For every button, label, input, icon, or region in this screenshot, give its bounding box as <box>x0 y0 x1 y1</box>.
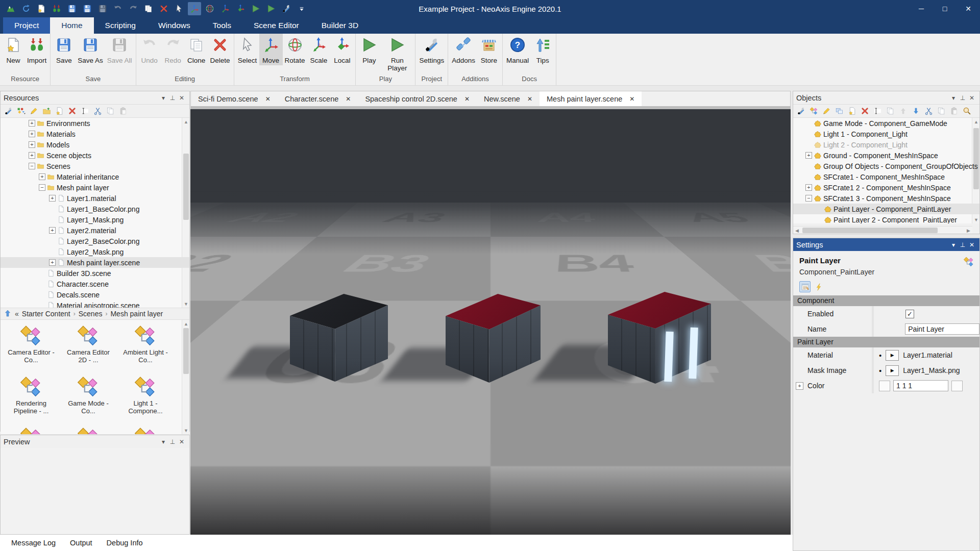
pin-icon[interactable]: ⊥ <box>958 240 967 249</box>
breadcrumb-item[interactable]: Mesh paint layer <box>110 310 163 318</box>
store-button[interactable]: Store <box>477 34 501 65</box>
resources-tree-item[interactable]: −Mesh paint layer <box>1 182 189 193</box>
settings-icon[interactable] <box>280 2 293 15</box>
new-folder-icon[interactable] <box>41 106 52 117</box>
bottom-tab-message-log[interactable]: Message Log <box>5 537 62 549</box>
clone-icon[interactable] <box>142 2 155 15</box>
maximize-button[interactable]: □ <box>933 0 957 17</box>
resources-tree-item[interactable]: +Mesh paint layer.scene <box>1 257 189 268</box>
save-button[interactable]: Save <box>52 34 76 65</box>
redo-button[interactable]: Redo <box>161 34 185 65</box>
new-icon[interactable] <box>35 2 48 15</box>
manual-button[interactable]: ?Manual <box>504 34 531 65</box>
expand-icon[interactable]: + <box>796 382 803 390</box>
events-icon[interactable] <box>813 281 824 292</box>
delete-icon[interactable] <box>859 106 870 117</box>
ribbon-tab-scripting[interactable]: Scripting <box>94 17 147 34</box>
close-tab-icon[interactable]: ✕ <box>346 95 351 103</box>
objects-tree-item[interactable]: Paint Layer - Component_PaintLayer <box>793 204 979 214</box>
crate-red-top-glow[interactable] <box>608 292 711 384</box>
resource-thumbnail[interactable]: Rendering Pipeline - ... <box>5 375 58 415</box>
play-icon[interactable] <box>249 2 262 15</box>
expand-icon[interactable]: + <box>29 141 35 148</box>
objects-tree-item[interactable]: SFCrate1 - Component_MeshInSpace <box>793 171 979 182</box>
paste-icon[interactable] <box>117 106 129 117</box>
ribbon-tab-project[interactable]: Project <box>3 17 50 34</box>
resource-thumbnail[interactable]: Game Mode - Co... <box>62 375 115 415</box>
pin-icon[interactable]: ⊥ <box>168 93 177 103</box>
resource-thumbnail[interactable]: Camera Editor 2D - ... <box>62 324 115 364</box>
navigate-up-icon[interactable] <box>4 309 12 319</box>
name-input[interactable]: Paint Layer <box>905 323 979 335</box>
chevron-down-icon[interactable]: ▾ <box>949 240 958 249</box>
run-player-icon[interactable] <box>264 2 278 15</box>
objects-tree-item[interactable]: Game Mode - Component_GameMode <box>793 118 979 129</box>
color-input[interactable]: 1 1 1 <box>893 380 948 391</box>
resource-thumbnail[interactable]: Camera Editor - Co... <box>5 324 58 364</box>
objects-tree-item[interactable]: Group Of Objects - Component_GroupOfObje… <box>793 161 979 171</box>
save-as-icon[interactable] <box>81 2 94 15</box>
windows-icon[interactable] <box>834 106 845 117</box>
move-up-icon[interactable] <box>897 106 909 117</box>
expand-icon[interactable]: + <box>805 152 812 159</box>
collapse-icon[interactable]: − <box>29 163 35 169</box>
resources-tree-item[interactable]: Layer1_Mask.png <box>1 214 189 225</box>
scroll-down-icon[interactable]: ▼ <box>182 427 189 434</box>
run-player-button[interactable]: Run Player <box>381 34 413 73</box>
ribbon-tab-tools[interactable]: Tools <box>202 17 242 34</box>
duplicate-icon[interactable] <box>885 106 896 117</box>
chevron-down-icon[interactable]: ▾ <box>159 437 168 446</box>
resources-tree-item[interactable]: Builder 3D.scene <box>1 268 189 279</box>
expand-icon[interactable]: + <box>29 120 35 127</box>
expand-icon[interactable]: + <box>39 173 45 180</box>
objects-tree-item[interactable]: −SFCrate1 3 - Component_MeshInSpace <box>793 193 979 204</box>
scene-viewport[interactable]: A1A2A3A4A5A6A7A8A1A2A3A4A5A6A7A8A1A2A3A4… <box>190 109 791 535</box>
bottom-tab-debug-info[interactable]: Debug Info <box>101 537 149 549</box>
save-all-button[interactable]: Save All <box>105 34 134 65</box>
copy-icon[interactable] <box>936 106 947 117</box>
expand-icon[interactable]: + <box>49 259 56 266</box>
rename-icon[interactable] <box>79 106 90 117</box>
close-tab-icon[interactable]: ✕ <box>629 95 634 103</box>
document-tab[interactable]: Sci-fi Demo.scene✕ <box>191 91 278 106</box>
grid-scrollbar[interactable]: ▲ ▼ <box>182 320 189 434</box>
reference-dropdown-button[interactable]: ▶ <box>886 350 899 361</box>
select-button[interactable]: Select <box>236 34 259 65</box>
move-button[interactable]: Move <box>259 34 283 65</box>
ribbon-tab-home[interactable]: Home <box>50 17 93 34</box>
undo-icon[interactable] <box>111 2 125 15</box>
expand-icon[interactable]: + <box>49 195 56 202</box>
search-icon[interactable] <box>961 106 972 117</box>
delete-icon[interactable] <box>66 106 78 117</box>
import-icon[interactable] <box>50 2 63 15</box>
resource-thumbnail[interactable] <box>119 426 172 434</box>
color-preview[interactable] <box>879 381 890 391</box>
resources-tree-item[interactable]: +Scene objects <box>1 150 189 161</box>
resources-tree-item[interactable]: +Environments <box>1 118 189 129</box>
cut-icon[interactable] <box>92 106 103 117</box>
scroll-up-icon[interactable]: ▲ <box>182 320 189 328</box>
close-icon[interactable]: ✕ <box>177 437 186 446</box>
objects-tree-item[interactable]: Paint Layer 2 - Component_PaintLayer <box>793 214 979 223</box>
rotate-button[interactable]: Rotate <box>283 34 307 65</box>
redo-icon[interactable] <box>127 2 140 15</box>
reference-dropdown-button[interactable]: ▶ <box>886 365 899 376</box>
ribbon-tab-builder-3d[interactable]: Builder 3D <box>310 17 370 34</box>
delete-icon[interactable] <box>157 2 170 15</box>
undo-button[interactable]: Undo <box>138 34 161 65</box>
collapse-breadcrumb-icon[interactable]: « <box>15 310 19 318</box>
breadcrumb-item[interactable]: Scenes <box>79 310 103 318</box>
tips-button[interactable]: Tips <box>531 34 554 65</box>
close-button[interactable]: ✕ <box>957 0 980 17</box>
chevron-down-icon[interactable]: ▾ <box>949 93 958 103</box>
resources-tree-item[interactable]: Decals.scene <box>1 289 189 300</box>
cut-icon[interactable] <box>923 106 934 117</box>
save-as-button[interactable]: Save As <box>76 34 105 65</box>
properties-tab-icon[interactable] <box>799 281 811 292</box>
settings-icon[interactable] <box>795 106 806 117</box>
resources-tree-item[interactable]: Material anisotropic.scene <box>1 300 189 308</box>
resources-tree-item[interactable]: +Layer1.material <box>1 193 189 204</box>
local-icon[interactable] <box>234 2 247 15</box>
rename-icon[interactable] <box>872 106 883 117</box>
close-tab-icon[interactable]: ✕ <box>464 95 470 103</box>
